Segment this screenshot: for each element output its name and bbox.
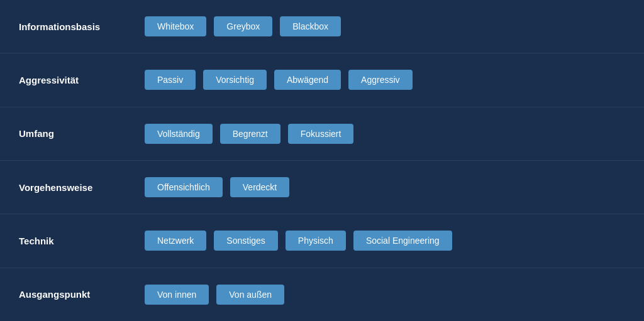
row-ausgangspunkt: AusgangspunktVon innenVon außen	[0, 268, 644, 321]
buttons-group-umfang: VollständigBegrenztFokussiert	[145, 124, 353, 144]
buttons-group-aggressivitaet: PassivVorsichtigAbwägendAggressiv	[145, 70, 413, 90]
row-umfang: UmfangVollständigBegrenztFokussiert	[0, 107, 644, 161]
button-aggressivitaet-3[interactable]: Aggressiv	[348, 70, 412, 90]
row-vorgehensweise: VorgehensweiseOffensichtlichVerdeckt	[0, 161, 644, 214]
buttons-group-ausgangspunkt: Von innenVon außen	[145, 285, 284, 305]
row-informationsbasis: InformationsbasisWhiteboxGreyboxBlackbox	[0, 0, 644, 53]
button-aggressivitaet-1[interactable]: Vorsichtig	[203, 70, 267, 90]
buttons-group-vorgehensweise: OffensichtlichVerdeckt	[145, 177, 289, 197]
button-technik-2[interactable]: Physisch	[286, 231, 346, 251]
row-aggressivitaet: AggressivitätPassivVorsichtigAbwägendAgg…	[0, 53, 644, 107]
buttons-group-technik: NetzwerkSonstigesPhysischSocial Engineer…	[145, 231, 452, 251]
button-aggressivitaet-2[interactable]: Abwägend	[274, 70, 341, 90]
button-technik-0[interactable]: Netzwerk	[145, 231, 206, 251]
button-ausgangspunkt-0[interactable]: Von innen	[145, 285, 209, 305]
button-vorgehensweise-0[interactable]: Offensichtlich	[145, 177, 223, 197]
button-ausgangspunkt-1[interactable]: Von außen	[216, 285, 284, 305]
button-informationsbasis-2[interactable]: Blackbox	[280, 16, 341, 36]
buttons-group-informationsbasis: WhiteboxGreyboxBlackbox	[145, 16, 341, 36]
button-informationsbasis-0[interactable]: Whitebox	[145, 16, 206, 36]
label-vorgehensweise: Vorgehensweise	[19, 182, 145, 193]
label-umfang: Umfang	[19, 128, 145, 139]
button-technik-3[interactable]: Social Engineering	[353, 231, 452, 251]
label-informationsbasis: Informationsbasis	[19, 21, 145, 32]
button-umfang-1[interactable]: Begrenzt	[220, 124, 280, 144]
button-aggressivitaet-0[interactable]: Passiv	[145, 70, 196, 90]
button-informationsbasis-1[interactable]: Greybox	[214, 16, 272, 36]
label-technik: Technik	[19, 236, 145, 246]
button-umfang-2[interactable]: Fokussiert	[288, 124, 354, 144]
label-aggressivitaet: Aggressivität	[19, 75, 145, 85]
label-ausgangspunkt: Ausgangspunkt	[19, 289, 145, 300]
main-container: InformationsbasisWhiteboxGreyboxBlackbox…	[0, 0, 644, 321]
button-vorgehensweise-1[interactable]: Verdeckt	[230, 177, 289, 197]
button-umfang-0[interactable]: Vollständig	[145, 124, 213, 144]
row-technik: TechnikNetzwerkSonstigesPhysischSocial E…	[0, 214, 644, 268]
button-technik-1[interactable]: Sonstiges	[214, 231, 277, 251]
